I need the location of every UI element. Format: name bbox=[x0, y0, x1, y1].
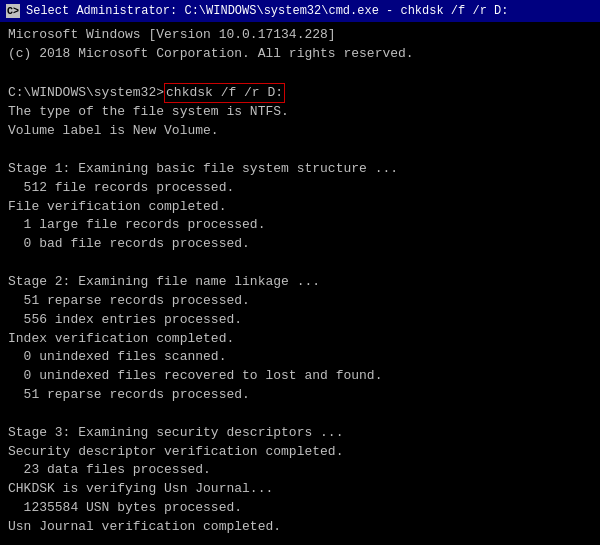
title-bar: C> Select Administrator: C:\WINDOWS\syst… bbox=[0, 0, 600, 22]
console-line-14: Stage 2: Examining file name linkage ... bbox=[8, 273, 592, 292]
command-line: C:\WINDOWS\system32>chkdsk /f /r D: bbox=[8, 83, 592, 104]
console-line-13 bbox=[8, 254, 592, 273]
console-line-10: File verification completed. bbox=[8, 198, 592, 217]
console-line-7 bbox=[8, 141, 592, 160]
console-line-1: Microsoft Windows [Version 10.0.17134.22… bbox=[8, 26, 592, 45]
console-line-17: Index verification completed. bbox=[8, 330, 592, 349]
console-line-26: 1235584 USN bytes processed. bbox=[8, 499, 592, 518]
console-line-16: 556 index entries processed. bbox=[8, 311, 592, 330]
console-line-15: 51 reparse records processed. bbox=[8, 292, 592, 311]
console-line-23: Security descriptor verification complet… bbox=[8, 443, 592, 462]
console-line-18: 0 unindexed files scanned. bbox=[8, 348, 592, 367]
prompt: C:\WINDOWS\system32> bbox=[8, 84, 164, 103]
console-line-2: (c) 2018 Microsoft Corporation. All righ… bbox=[8, 45, 592, 64]
title-bar-icon: C> bbox=[6, 4, 20, 18]
console-line-3 bbox=[8, 64, 592, 83]
console-line-11: 1 large file records processed. bbox=[8, 216, 592, 235]
console-line-19: 0 unindexed files recovered to lost and … bbox=[8, 367, 592, 386]
console-line-8: Stage 1: Examining basic file system str… bbox=[8, 160, 592, 179]
command-text: chkdsk /f /r D: bbox=[164, 83, 285, 104]
console-body: Microsoft Windows [Version 10.0.17134.22… bbox=[0, 22, 600, 545]
console-line-6: Volume label is New Volume. bbox=[8, 122, 592, 141]
console-line-20: 51 reparse records processed. bbox=[8, 386, 592, 405]
console-line-24: 23 data files processed. bbox=[8, 461, 592, 480]
console-line-25: CHKDSK is verifying Usn Journal... bbox=[8, 480, 592, 499]
console-line-9: 512 file records processed. bbox=[8, 179, 592, 198]
console-line-28 bbox=[8, 537, 592, 545]
console-line-21 bbox=[8, 405, 592, 424]
console-line-27: Usn Journal verification completed. bbox=[8, 518, 592, 537]
console-line-12: 0 bad file records processed. bbox=[8, 235, 592, 254]
console-line-22: Stage 3: Examining security descriptors … bbox=[8, 424, 592, 443]
console-line-5: The type of the file system is NTFS. bbox=[8, 103, 592, 122]
title-bar-text: Select Administrator: C:\WINDOWS\system3… bbox=[26, 4, 508, 18]
